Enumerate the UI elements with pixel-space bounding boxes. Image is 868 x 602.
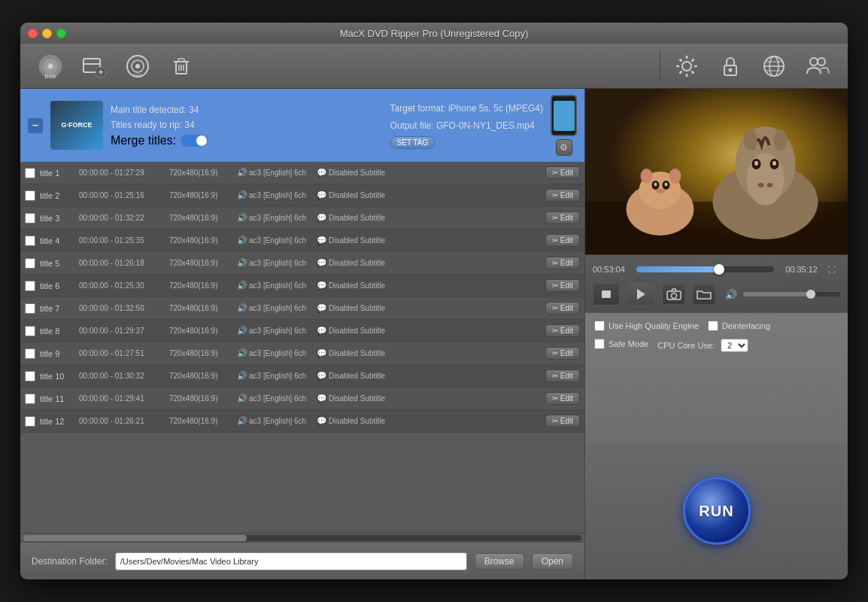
web-button[interactable] bbox=[755, 47, 793, 85]
horizontal-scrollbar[interactable] bbox=[20, 533, 584, 542]
destination-input[interactable] bbox=[115, 552, 467, 570]
title-checkbox[interactable] bbox=[25, 416, 35, 427]
title-audio: ac3 [English] 6ch bbox=[249, 327, 317, 335]
edit-button[interactable]: ✂ Edit bbox=[545, 234, 580, 247]
title-checkbox[interactable] bbox=[25, 213, 35, 223]
close-button[interactable] bbox=[28, 29, 38, 38]
progress-bar[interactable] bbox=[636, 266, 774, 272]
safe-mode-option[interactable]: Safe Mode bbox=[594, 339, 648, 349]
edit-button[interactable]: ✂ Edit bbox=[545, 302, 580, 315]
title-checkbox[interactable] bbox=[25, 303, 35, 314]
title-checkbox[interactable] bbox=[25, 168, 35, 178]
maximize-button[interactable] bbox=[56, 29, 66, 38]
set-tag-button[interactable]: SET TAG bbox=[390, 136, 436, 149]
edit-button[interactable]: ✂ Edit bbox=[545, 211, 580, 224]
title-resolution: 720x480(16:9) bbox=[169, 417, 237, 425]
table-row: title 11 00:00:00 - 01:29:41 720x480(16:… bbox=[20, 388, 584, 410]
iso-button[interactable]: ISO bbox=[119, 47, 156, 85]
audio-icon: 🔊 bbox=[237, 236, 247, 245]
fullscreen-button[interactable]: ⛶ bbox=[824, 261, 840, 278]
title-checkbox[interactable] bbox=[25, 236, 35, 246]
collapse-button[interactable]: − bbox=[28, 118, 43, 133]
stop-button[interactable] bbox=[593, 283, 620, 306]
main-window: MacX DVD Ripper Pro (Unregistered Copy) … bbox=[20, 23, 848, 579]
lock-button[interactable] bbox=[712, 47, 749, 85]
current-time: 00:53:04 bbox=[593, 265, 630, 274]
play-button[interactable] bbox=[626, 282, 656, 306]
svg-point-43 bbox=[654, 183, 657, 187]
subtitle-icon: 💬 bbox=[317, 348, 327, 358]
title-subtitle: Disabled Subtitle bbox=[329, 304, 545, 312]
title-resolution: 720x480(16:9) bbox=[169, 394, 237, 403]
run-button[interactable]: RUN bbox=[683, 477, 751, 545]
deinterlacing-option[interactable]: Deinterlacing bbox=[708, 321, 770, 331]
title-checkbox[interactable] bbox=[25, 394, 35, 404]
volume-thumb bbox=[806, 290, 815, 299]
scissors-icon: ✂ bbox=[552, 191, 558, 199]
open-button[interactable]: Open bbox=[532, 553, 573, 570]
traffic-lights bbox=[28, 29, 66, 38]
svg-point-59 bbox=[774, 129, 788, 150]
screenshot-button[interactable] bbox=[662, 284, 686, 305]
title-audio: ac3 [English] 6ch bbox=[249, 372, 317, 380]
browse-button[interactable]: Browse bbox=[475, 553, 524, 570]
title-checkbox[interactable] bbox=[25, 190, 35, 201]
scissors-icon: ✂ bbox=[552, 214, 558, 222]
cpu-core-select[interactable]: 1234 bbox=[721, 339, 748, 352]
deinterlacing-checkbox[interactable] bbox=[708, 321, 718, 331]
deinterlacing-label: Deinterlacing bbox=[722, 321, 770, 330]
toggle-knob bbox=[196, 135, 207, 146]
format-settings-button[interactable]: ⚙ bbox=[556, 139, 572, 156]
merge-titles-label: Merge titles: bbox=[111, 134, 176, 147]
safe-mode-checkbox[interactable] bbox=[594, 339, 605, 349]
table-row: title 3 00:00:00 - 01:32:22 720x480(16:9… bbox=[20, 207, 584, 230]
settings-button[interactable] bbox=[668, 47, 706, 85]
edit-button[interactable]: ✂ Edit bbox=[545, 369, 580, 382]
high-quality-checkbox[interactable] bbox=[594, 321, 605, 331]
edit-label: Edit bbox=[560, 417, 573, 425]
merge-titles-toggle[interactable] bbox=[181, 135, 208, 147]
title-time: 00:00:00 - 01:25:16 bbox=[79, 191, 169, 199]
subtitle-icon: 💬 bbox=[317, 213, 327, 223]
edit-button[interactable]: ✂ Edit bbox=[545, 166, 580, 179]
delete-button[interactable] bbox=[162, 47, 200, 85]
title-audio: ac3 [English] 6ch bbox=[249, 214, 317, 222]
title-checkbox[interactable] bbox=[25, 371, 35, 382]
edit-button[interactable]: ✂ Edit bbox=[545, 392, 580, 405]
open-folder-button[interactable] bbox=[692, 284, 716, 305]
dvd-icon: DVD bbox=[36, 52, 65, 81]
edit-button[interactable]: ✂ Edit bbox=[545, 257, 580, 269]
subtitle-icon: 💬 bbox=[317, 371, 327, 381]
edit-button[interactable]: ✂ Edit bbox=[545, 347, 580, 360]
volume-icon: 🔊 bbox=[725, 289, 737, 300]
svg-point-36 bbox=[810, 58, 818, 65]
dvd-button[interactable]: DVD bbox=[32, 47, 69, 85]
high-quality-option[interactable]: Use High Quality Engine bbox=[594, 321, 699, 331]
title-time: 00:00:00 - 01:32:50 bbox=[79, 304, 169, 312]
title-resolution: 720x480(16:9) bbox=[169, 327, 237, 335]
title-checkbox[interactable] bbox=[25, 326, 35, 336]
title-checkbox[interactable] bbox=[25, 348, 35, 359]
users-button[interactable] bbox=[799, 47, 836, 85]
edit-button[interactable]: ✂ Edit bbox=[545, 415, 580, 427]
title-number: title 7 bbox=[40, 304, 79, 313]
audio-icon: 🔊 bbox=[237, 258, 247, 268]
edit-button[interactable]: ✂ Edit bbox=[545, 324, 580, 337]
run-area: RUN bbox=[585, 442, 848, 579]
edit-button[interactable]: ✂ Edit bbox=[545, 279, 580, 292]
minimize-button[interactable] bbox=[42, 29, 52, 38]
title-checkbox[interactable] bbox=[25, 281, 35, 291]
svg-point-11 bbox=[135, 64, 140, 68]
svg-point-53 bbox=[754, 161, 758, 166]
progress-thumb[interactable] bbox=[714, 264, 724, 275]
edit-button[interactable]: ✂ Edit bbox=[545, 189, 580, 202]
add-title-button[interactable]: + bbox=[75, 47, 113, 85]
title-resolution: 720x480(16:9) bbox=[169, 372, 237, 380]
audio-icon: 🔊 bbox=[237, 213, 247, 223]
title-resolution: 720x480(16:9) bbox=[169, 169, 237, 177]
svg-point-48 bbox=[669, 169, 681, 184]
subtitle-icon: 💬 bbox=[317, 281, 327, 290]
title-number: title 4 bbox=[40, 236, 79, 245]
volume-slider[interactable] bbox=[743, 292, 840, 296]
title-checkbox[interactable] bbox=[25, 258, 35, 269]
